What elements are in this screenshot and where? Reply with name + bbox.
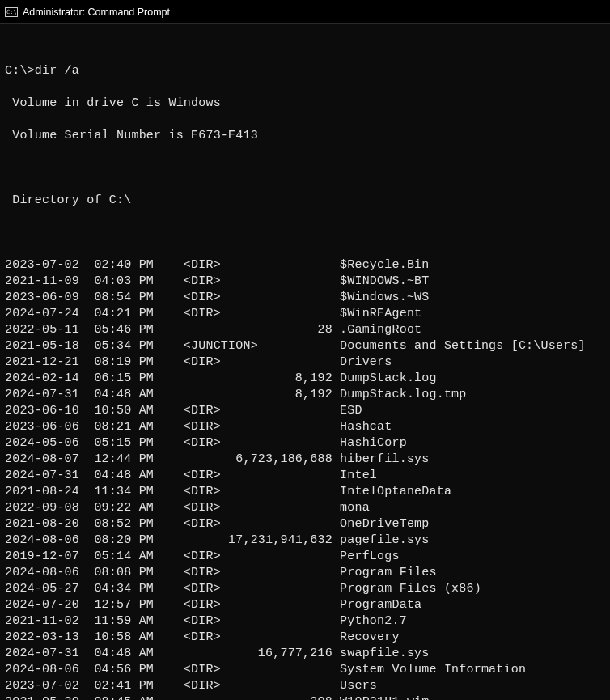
list-item: 2024-08-06 08:08 PM <DIR> Program Files xyxy=(5,565,605,581)
directory-of-line: Directory of C:\ xyxy=(5,193,605,209)
svg-text:C:\: C:\ xyxy=(6,9,17,15)
list-item: 2021-08-24 11:34 PM <DIR> IntelOptaneDat… xyxy=(5,484,605,500)
list-item: 2024-07-31 04:48 AM <DIR> Intel xyxy=(5,468,605,484)
list-item: 2023-06-09 08:54 PM <DIR> $Windows.~WS xyxy=(5,290,605,306)
command-text: dir /a xyxy=(35,64,79,78)
list-item: 2019-12-07 05:14 AM <DIR> PerfLogs xyxy=(5,549,605,565)
blank-line xyxy=(5,160,605,176)
blank-line xyxy=(5,225,605,241)
list-item: 2021-08-20 08:52 PM <DIR> OneDriveTemp xyxy=(5,516,605,532)
list-item: 2024-08-06 08:20 PM 17,231,941,632 pagef… xyxy=(5,532,605,549)
list-item: 2024-05-06 05:15 PM <DIR> HashiCorp xyxy=(5,435,605,452)
list-item: 2021-05-20 08:45 AM 208 W10P21H1.wim xyxy=(5,694,605,700)
list-item: 2023-07-02 02:40 PM <DIR> $Recycle.Bin xyxy=(5,257,605,274)
command-line: C:\>dir /a xyxy=(5,63,605,79)
window-title: Administrator: Command Prompt xyxy=(23,6,170,18)
list-item: 2021-11-02 11:59 AM <DIR> Python2.7 xyxy=(5,613,605,630)
list-item: 2024-07-20 12:57 PM <DIR> ProgramData xyxy=(5,597,605,613)
directory-listing: 2023-07-02 02:40 PM <DIR> $Recycle.Bin20… xyxy=(5,257,605,700)
list-item: 2023-06-10 10:50 AM <DIR> ESD xyxy=(5,403,605,419)
serial-line: Volume Serial Number is E673-E413 xyxy=(5,128,605,144)
list-item: 2023-07-02 02:41 PM <DIR> Users xyxy=(5,678,605,694)
list-item: 2024-08-07 12:44 PM 6,723,186,688 hiberf… xyxy=(5,452,605,468)
list-item: 2024-07-24 04:21 PM <DIR> $WinREAgent xyxy=(5,306,605,322)
list-item: 2022-09-08 09:22 AM <DIR> mona xyxy=(5,500,605,516)
list-item: 2023-06-06 08:21 AM <DIR> Hashcat xyxy=(5,419,605,435)
list-item: 2024-02-14 06:15 PM 8,192 DumpStack.log xyxy=(5,371,605,387)
volume-line: Volume in drive C is Windows xyxy=(5,95,605,112)
list-item: 2022-03-13 10:58 AM <DIR> Recovery xyxy=(5,630,605,646)
list-item: 2021-05-18 05:34 PM <JUNCTION> Documents… xyxy=(5,338,605,354)
list-item: 2024-07-31 04:48 AM 16,777,216 swapfile.… xyxy=(5,646,605,662)
list-item: 2024-08-06 04:56 PM <DIR> System Volume … xyxy=(5,662,605,678)
terminal-output[interactable]: C:\>dir /a Volume in drive C is Windows … xyxy=(0,24,610,700)
list-item: 2024-07-31 04:48 AM 8,192 DumpStack.log.… xyxy=(5,387,605,403)
prompt-path: C:\> xyxy=(5,64,35,78)
list-item: 2022-05-11 05:46 PM 28 .GamingRoot xyxy=(5,322,605,338)
list-item: 2021-12-21 08:19 PM <DIR> Drivers xyxy=(5,354,605,371)
window-titlebar[interactable]: C:\ Administrator: Command Prompt xyxy=(0,0,610,24)
cmd-icon: C:\ xyxy=(5,6,18,19)
list-item: 2021-11-09 04:03 PM <DIR> $WINDOWS.~BT xyxy=(5,274,605,290)
list-item: 2024-05-27 04:34 PM <DIR> Program Files … xyxy=(5,581,605,597)
